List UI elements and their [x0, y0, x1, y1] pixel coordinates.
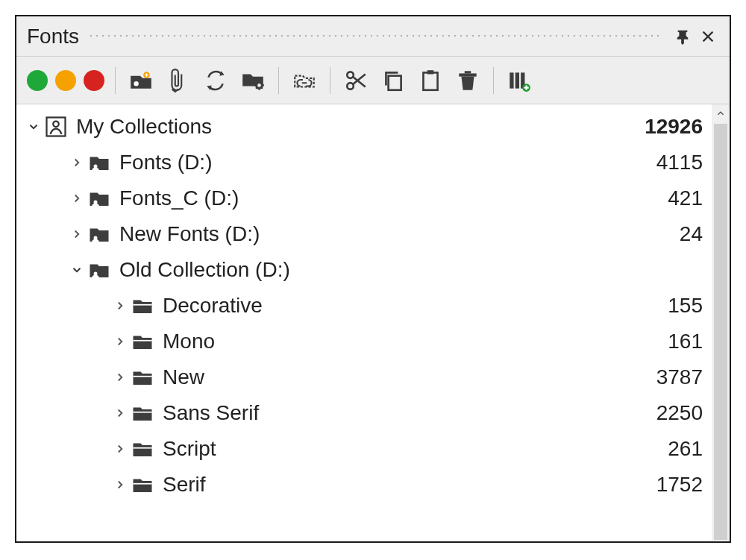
refresh-button[interactable] [201, 66, 231, 95]
expand-toggle[interactable] [67, 227, 87, 241]
panel-title: Fonts [27, 25, 79, 48]
clipboard-icon [418, 68, 443, 93]
tree-label: Serif [163, 473, 621, 497]
attach-folder-icon [128, 68, 154, 93]
library-add-icon [507, 68, 532, 93]
svg-rect-25 [134, 447, 152, 449]
tree-item-decorative[interactable]: Decorative 155 [16, 288, 712, 324]
status-green-dot[interactable] [27, 70, 48, 91]
expand-toggle[interactable] [110, 442, 130, 456]
svg-rect-8 [427, 70, 434, 74]
toolbar-separator [330, 67, 330, 94]
tree-body: My Collections 12926 Fonts (D:) 4115 Fon… [16, 104, 730, 541]
tree-item-fonts-d[interactable]: Fonts (D:) 4115 [16, 145, 712, 180]
titlebar-grip[interactable] [88, 33, 659, 40]
folder-icon [130, 400, 155, 426]
expand-toggle[interactable] [110, 371, 130, 384]
close-button[interactable] [697, 25, 719, 48]
link-folder-button[interactable] [289, 66, 319, 95]
scroll-up-button[interactable] [712, 104, 730, 122]
svg-point-1 [134, 81, 138, 86]
folder-icon [130, 329, 155, 354]
copy-button[interactable] [378, 66, 408, 95]
tree-root[interactable]: My Collections 12926 [16, 109, 712, 145]
add-library-button[interactable] [504, 66, 534, 95]
delete-button[interactable] [453, 66, 483, 95]
expand-toggle[interactable] [110, 299, 130, 312]
svg-rect-26 [134, 483, 152, 485]
chevron-right-icon [113, 478, 127, 491]
paperclip-icon [166, 68, 191, 93]
svg-point-16 [53, 122, 59, 128]
paste-button[interactable] [416, 66, 445, 95]
svg-rect-10 [465, 71, 471, 73]
user-folder-icon [87, 257, 112, 283]
folder-icon [130, 293, 155, 318]
tree-item-mono[interactable]: Mono 161 [16, 324, 712, 359]
tree-count: 4115 [621, 151, 703, 174]
toolbar-separator [115, 67, 116, 94]
tree-label: New Fonts (D:) [119, 222, 621, 246]
scrollbar[interactable] [712, 104, 730, 541]
attachment-button[interactable] [163, 66, 193, 95]
folder-settings-button[interactable] [238, 66, 268, 95]
expand-toggle[interactable] [110, 335, 130, 348]
tree-label: Mono [163, 330, 621, 353]
scroll-thumb[interactable] [714, 124, 727, 540]
svg-rect-24 [134, 412, 152, 413]
chevron-right-icon [113, 371, 127, 384]
attach-folder-button[interactable] [126, 66, 156, 95]
tree-label: Sans Serif [163, 401, 621, 425]
panel-titlebar: Fonts [16, 16, 730, 57]
tree-item-fonts-c-d[interactable]: Fonts_C (D:) 421 [16, 180, 712, 216]
status-orange-dot[interactable] [55, 70, 76, 91]
chevron-right-icon [113, 406, 127, 420]
tree-item-serif[interactable]: Serif 1752 [16, 467, 712, 503]
tree-item-new[interactable]: New 3787 [16, 359, 712, 395]
copy-icon [380, 68, 406, 93]
tree-item-new-fonts-d[interactable]: New Fonts (D:) 24 [16, 216, 712, 252]
tree-item-script[interactable]: Script 261 [16, 431, 712, 467]
folder-icon [130, 472, 155, 497]
chevron-right-icon [70, 227, 84, 241]
svg-rect-11 [510, 72, 513, 88]
expand-toggle[interactable] [67, 156, 87, 169]
folder-link-icon [292, 68, 317, 93]
tree-count: 155 [621, 294, 703, 318]
tree-count: 12926 [621, 115, 703, 139]
tree-count: 1752 [621, 473, 703, 497]
refresh-icon [203, 68, 228, 93]
tree-item-sans-serif[interactable]: Sans Serif 2250 [16, 395, 712, 431]
scissors-icon [343, 68, 369, 93]
user-icon [43, 114, 69, 139]
svg-rect-6 [389, 75, 401, 89]
tree-label: Fonts (D:) [119, 151, 621, 174]
pin-icon [674, 28, 691, 45]
close-icon [700, 28, 716, 45]
expand-toggle[interactable] [110, 406, 130, 420]
tree-item-old-collection-d[interactable]: Old Collection (D:) [16, 252, 712, 288]
folder-icon [130, 436, 155, 462]
folder-icon [130, 365, 155, 390]
tree-label: Script [163, 437, 621, 461]
toolbar-separator [278, 67, 279, 94]
trash-icon [455, 68, 480, 93]
expand-toggle[interactable] [110, 478, 130, 491]
user-folder-icon [87, 186, 112, 211]
expand-toggle[interactable] [24, 120, 43, 133]
chevron-right-icon [70, 192, 84, 205]
tree-label: New [163, 365, 621, 389]
pin-button[interactable] [671, 25, 694, 48]
tree-count: 421 [621, 186, 703, 210]
expand-toggle[interactable] [67, 192, 87, 205]
user-folder-icon [87, 221, 112, 247]
tree-count: 2250 [621, 401, 703, 425]
chevron-right-icon [70, 156, 84, 169]
expand-toggle[interactable] [67, 263, 87, 277]
svg-rect-22 [134, 340, 152, 342]
tree-label: Decorative [163, 294, 621, 318]
status-red-dot[interactable] [84, 70, 104, 91]
tree-count: 161 [621, 330, 703, 353]
svg-rect-12 [515, 72, 519, 88]
cut-button[interactable] [341, 66, 371, 95]
